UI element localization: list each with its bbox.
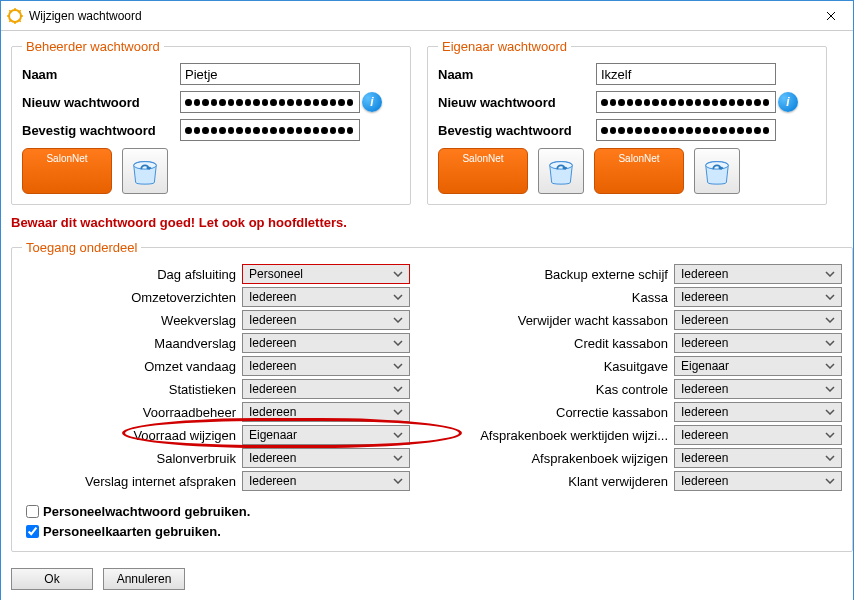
admin-newpw-input[interactable] bbox=[180, 91, 360, 113]
access-row: KassaIedereen bbox=[447, 286, 842, 308]
chevron-down-icon bbox=[391, 336, 405, 350]
access-row: OmzetoverzichtenIedereen bbox=[22, 286, 417, 308]
access-select[interactable]: Eigenaar bbox=[242, 425, 410, 445]
access-label: Backup externe schijf bbox=[464, 267, 674, 282]
access-label: Credit kassabon bbox=[464, 336, 674, 351]
access-select[interactable]: Iedereen bbox=[242, 379, 410, 399]
access-label: Voorraadbeheer bbox=[22, 405, 242, 420]
chk-personeel-wachtwoord[interactable]: Personeelwachtwoord gebruiken. bbox=[22, 501, 842, 521]
access-label: Kassa bbox=[464, 290, 674, 305]
access-row: MaandverslagIedereen bbox=[22, 332, 417, 354]
access-value: Iedereen bbox=[681, 474, 728, 488]
admin-confirmpw-label: Bevestig wachtwoord bbox=[22, 123, 180, 138]
access-label: Salonverbruik bbox=[22, 451, 242, 466]
chevron-down-icon bbox=[391, 428, 405, 442]
access-row: WeekverslagIedereen bbox=[22, 309, 417, 331]
access-select[interactable]: Iedereen bbox=[242, 402, 410, 422]
chevron-down-icon bbox=[823, 382, 837, 396]
access-select[interactable]: Iedereen bbox=[674, 448, 842, 468]
access-value: Iedereen bbox=[249, 382, 296, 396]
access-select[interactable]: Iedereen bbox=[242, 448, 410, 468]
access-value: Iedereen bbox=[681, 382, 728, 396]
access-select[interactable]: Iedereen bbox=[242, 287, 410, 307]
access-value: Iedereen bbox=[249, 359, 296, 373]
chevron-down-icon bbox=[391, 405, 405, 419]
access-select[interactable]: Iedereen bbox=[674, 379, 842, 399]
access-value: Iedereen bbox=[249, 336, 296, 350]
access-label: Kas controle bbox=[464, 382, 674, 397]
access-select[interactable]: Iedereen bbox=[242, 356, 410, 376]
owner-confirmpw-input[interactable] bbox=[596, 119, 776, 141]
access-value: Iedereen bbox=[249, 474, 296, 488]
access-row: Verwijder wacht kassabonIedereen bbox=[447, 309, 842, 331]
access-row: StatistiekenIedereen bbox=[22, 378, 417, 400]
cancel-button[interactable]: Annuleren bbox=[103, 568, 185, 590]
access-select[interactable]: Iedereen bbox=[674, 333, 842, 353]
chevron-down-icon bbox=[823, 428, 837, 442]
access-label: Statistieken bbox=[22, 382, 242, 397]
access-select[interactable]: Iedereen bbox=[674, 287, 842, 307]
access-label: Klant verwijderen bbox=[464, 474, 674, 489]
access-select[interactable]: Iedereen bbox=[242, 310, 410, 330]
admin-name-label: Naam bbox=[22, 67, 180, 82]
access-row: Correctie kassabonIedereen bbox=[447, 401, 842, 423]
admin-password-panel: Beheerder wachtwoord Naam Nieuw wachtwoo… bbox=[11, 39, 411, 205]
admin-salonnet-button[interactable]: SalonNet bbox=[22, 148, 112, 194]
access-panel: Toegang onderdeel Dag afsluitingPersonee… bbox=[11, 240, 853, 552]
access-label: Kasuitgave bbox=[464, 359, 674, 374]
info-icon[interactable]: i bbox=[778, 92, 798, 112]
info-icon[interactable]: i bbox=[362, 92, 382, 112]
owner-salonnet-button-1[interactable]: SalonNet bbox=[438, 148, 528, 194]
owner-recycle-button-2[interactable] bbox=[694, 148, 740, 194]
access-row: Omzet vandaagIedereen bbox=[22, 355, 417, 377]
window-title: Wijzigen wachtwoord bbox=[29, 9, 808, 23]
owner-salonnet-button-2[interactable]: SalonNet bbox=[594, 148, 684, 194]
chevron-down-icon bbox=[391, 267, 405, 281]
access-value: Iedereen bbox=[249, 290, 296, 304]
access-label: Omzet vandaag bbox=[22, 359, 242, 374]
chevron-down-icon bbox=[391, 474, 405, 488]
access-row: Dag afsluitingPersoneel bbox=[22, 263, 417, 285]
owner-name-input[interactable] bbox=[596, 63, 776, 85]
access-row: Afsprakenboek werktijden wijzi...Iederee… bbox=[447, 424, 842, 446]
owner-confirmpw-label: Bevestig wachtwoord bbox=[438, 123, 596, 138]
access-label: Afsprakenboek werktijden wijzi... bbox=[464, 428, 674, 443]
access-label: Weekverslag bbox=[22, 313, 242, 328]
access-row: Backup externe schijfIedereen bbox=[447, 263, 842, 285]
chevron-down-icon bbox=[823, 336, 837, 350]
close-button[interactable] bbox=[808, 1, 853, 31]
chevron-down-icon bbox=[391, 359, 405, 373]
owner-recycle-button-1[interactable] bbox=[538, 148, 584, 194]
access-row: Verslag internet afsprakenIedereen bbox=[22, 470, 417, 492]
access-value: Iedereen bbox=[249, 313, 296, 327]
owner-legend: Eigenaar wachtwoord bbox=[438, 39, 571, 54]
chevron-down-icon bbox=[823, 313, 837, 327]
access-value: Iedereen bbox=[249, 405, 296, 419]
access-select[interactable]: Iedereen bbox=[674, 425, 842, 445]
owner-password-panel: Eigenaar wachtwoord Naam Nieuw wachtwoor… bbox=[427, 39, 827, 205]
access-select[interactable]: Eigenaar bbox=[674, 356, 842, 376]
access-select[interactable]: Iedereen bbox=[674, 310, 842, 330]
access-row: Voorraad wijzigenEigenaar bbox=[22, 424, 417, 446]
access-select[interactable]: Iedereen bbox=[674, 471, 842, 491]
app-icon bbox=[7, 8, 23, 24]
access-select[interactable]: Iedereen bbox=[674, 402, 842, 422]
admin-confirmpw-input[interactable] bbox=[180, 119, 360, 141]
access-value: Iedereen bbox=[681, 267, 728, 281]
access-value: Iedereen bbox=[681, 405, 728, 419]
chevron-down-icon bbox=[823, 474, 837, 488]
access-value: Iedereen bbox=[681, 336, 728, 350]
ok-button[interactable]: Ok bbox=[11, 568, 93, 590]
admin-name-input[interactable] bbox=[180, 63, 360, 85]
access-label: Correctie kassabon bbox=[464, 405, 674, 420]
access-select[interactable]: Iedereen bbox=[242, 471, 410, 491]
admin-recycle-button[interactable] bbox=[122, 148, 168, 194]
chk-personeel-kaarten[interactable]: Personeelkaarten gebruiken. bbox=[22, 521, 842, 541]
access-label: Afsprakenboek wijzigen bbox=[464, 451, 674, 466]
access-select[interactable]: Iedereen bbox=[242, 333, 410, 353]
access-select[interactable]: Personeel bbox=[242, 264, 410, 284]
access-label: Maandverslag bbox=[22, 336, 242, 351]
owner-newpw-input[interactable] bbox=[596, 91, 776, 113]
access-select[interactable]: Iedereen bbox=[674, 264, 842, 284]
access-value: Personeel bbox=[249, 267, 303, 281]
